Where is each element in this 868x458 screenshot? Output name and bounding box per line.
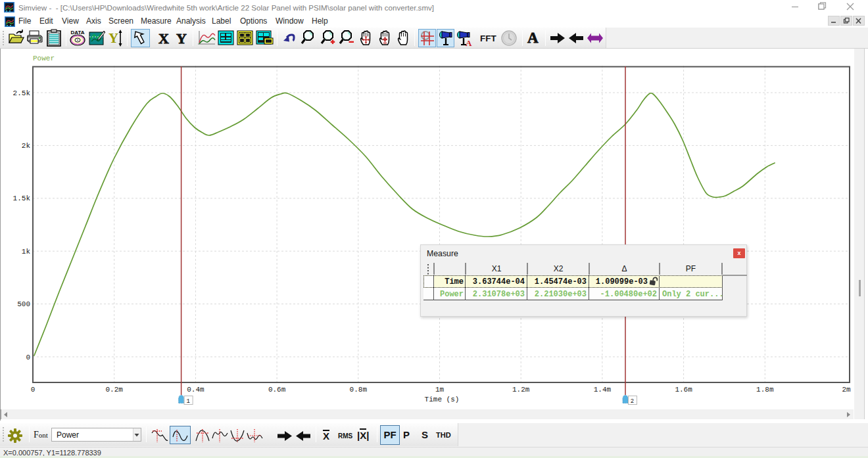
svg-text:Power: Power	[33, 55, 55, 62]
svg-text:1.8m: 1.8m	[756, 386, 774, 394]
svg-text:1.6m: 1.6m	[675, 386, 692, 394]
svg-text:0.6m: 0.6m	[268, 386, 286, 394]
svg-text:0.4m: 0.4m	[187, 386, 205, 394]
svg-text:1.5k: 1.5k	[13, 195, 31, 202]
svg-text:1: 1	[186, 398, 189, 405]
svg-text:0: 0	[31, 386, 36, 394]
svg-text:1m: 1m	[435, 386, 445, 394]
svg-text:0: 0	[26, 354, 30, 361]
svg-text:2: 2	[631, 398, 634, 405]
svg-text:1.4m: 1.4m	[594, 386, 612, 394]
svg-text:Y: Y	[108, 30, 118, 46]
svg-text:2m: 2m	[842, 386, 851, 394]
svg-text:0.2m: 0.2m	[105, 386, 123, 394]
svg-text:1.2m: 1.2m	[512, 386, 530, 394]
svg-text:500: 500	[17, 300, 30, 308]
svg-text:1k: 1k	[22, 248, 31, 256]
svg-text:2k: 2k	[22, 142, 31, 150]
svg-text:A: A	[466, 38, 472, 47]
svg-text:2.5k: 2.5k	[13, 89, 31, 97]
svg-text:Time (s): Time (s)	[425, 396, 460, 403]
svg-text:0.8m: 0.8m	[350, 386, 368, 394]
